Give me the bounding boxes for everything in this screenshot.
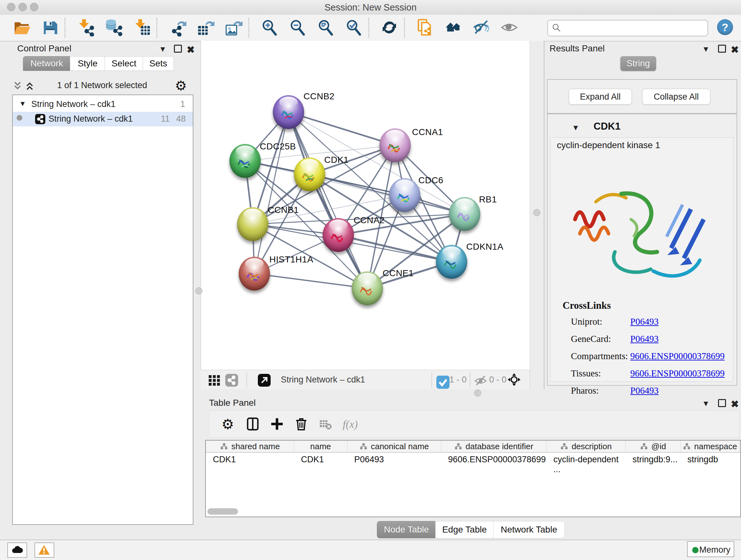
refresh-view-button[interactable] (381, 18, 398, 37)
column-header-canonical-name[interactable]: canonical name (347, 441, 441, 452)
tab-select[interactable]: Select (105, 56, 143, 71)
left-splitter-handle[interactable] (195, 287, 202, 294)
export-network-button[interactable] (169, 18, 186, 37)
cloud-button[interactable] (7, 543, 27, 558)
expand-all-button[interactable]: Expand All (569, 89, 632, 105)
network-canvas[interactable]: CCNB2CCNA1CDC25BCDK1CDC6RB1CCNB1CCNA2CDK… (201, 41, 530, 370)
node-CCNB1[interactable] (237, 207, 268, 241)
column-header-name[interactable]: name (294, 441, 347, 452)
node-CCNE1[interactable] (352, 271, 383, 305)
control-panel-menu-icon[interactable]: ▼ (159, 45, 166, 54)
node-HIST1H1A[interactable] (239, 257, 270, 291)
home-button[interactable] (444, 18, 462, 37)
gear-icon[interactable]: ⚙ (175, 78, 187, 94)
control-panel-close-icon[interactable]: ✖ (187, 44, 195, 55)
results-panel-menu-icon[interactable]: ▼ (702, 45, 710, 54)
network-row[interactable]: String Network – cdk1 11 48 (13, 112, 193, 126)
node-CCNB2[interactable] (273, 95, 304, 129)
delete-table-icon[interactable] (318, 416, 333, 432)
right-splitter[interactable] (530, 41, 544, 389)
copy-view-button[interactable] (416, 18, 434, 37)
search-input[interactable] (565, 22, 704, 34)
column-header-description[interactable]: description (546, 441, 626, 452)
node-CCNA2[interactable] (323, 218, 354, 252)
collection-expander-icon[interactable]: ▼ (19, 100, 26, 108)
network-collection-row[interactable]: ▼ String Network – cdk1 1 (13, 97, 193, 112)
table-cell[interactable]: stringdb:9... (625, 455, 680, 465)
open-file-button[interactable] (13, 18, 30, 37)
tab-string[interactable]: String (620, 56, 656, 71)
collapse-all-icon[interactable] (12, 80, 23, 91)
table-cell[interactable]: CDK1 (294, 455, 347, 465)
export-image-button[interactable] (225, 18, 243, 37)
save-session-button[interactable] (41, 18, 59, 37)
tab-network-table[interactable]: Network Table (493, 521, 565, 538)
warnings-button[interactable] (35, 543, 54, 558)
eye-button[interactable] (500, 18, 518, 37)
crosslink-value-link[interactable]: P06493 (630, 316, 659, 327)
add-column-icon[interactable] (269, 416, 285, 432)
import-network-from-file-button[interactable] (77, 18, 94, 37)
node-RB1[interactable] (449, 197, 480, 231)
crosslink-value-link[interactable]: 9606.ENSP00000378699 (630, 351, 725, 361)
zoom-selected-button[interactable] (345, 18, 362, 37)
birds-eye-toggle-icon[interactable] (507, 373, 521, 387)
expand-all-icon[interactable] (24, 80, 35, 91)
delete-column-icon[interactable] (293, 416, 309, 432)
table-panel-close-icon[interactable]: ✖ (731, 398, 739, 410)
node-CCNA1[interactable] (380, 128, 411, 162)
node-CDKN1A[interactable] (436, 245, 467, 279)
table-cell[interactable]: CDK1 (206, 455, 294, 465)
node-CDC25B[interactable] (229, 144, 261, 178)
import-network-from-database-button[interactable] (105, 18, 123, 37)
tab-style[interactable]: Style (70, 56, 105, 71)
node-CDK1[interactable] (294, 158, 325, 191)
node-CDC6[interactable] (389, 178, 420, 212)
bottom-splitter-handle[interactable] (474, 389, 481, 396)
import-table-from-file-button[interactable] (133, 18, 151, 37)
zoom-fit-content-button[interactable] (317, 18, 334, 37)
open-in-new-icon[interactable] (257, 373, 271, 387)
hide-glasses-button[interactable] (472, 18, 490, 37)
zoom-out-button[interactable] (288, 18, 307, 37)
column-header-shared-name[interactable]: shared name (206, 441, 294, 452)
bottom-splitter[interactable] (201, 389, 741, 396)
table-cell[interactable]: stringdb (680, 455, 739, 465)
results-panel-close-icon[interactable]: ✖ (731, 44, 739, 55)
main-toolbar: ? (0, 15, 741, 42)
edge-CDC25B-CDC6 (245, 161, 405, 195)
hidden-eye-slash-icon[interactable] (474, 373, 488, 387)
table-panel-float-icon[interactable] (718, 399, 726, 409)
toggle-columns-icon[interactable] (245, 416, 260, 432)
tab-network[interactable]: Network (23, 56, 71, 71)
crosslink-value-link[interactable]: P06493 (630, 385, 659, 396)
results-panel-float-icon[interactable] (718, 45, 726, 55)
tab-sets[interactable]: Sets (143, 56, 174, 71)
export-table-button[interactable] (197, 18, 214, 37)
column-header--id[interactable]: @id (625, 441, 681, 452)
tab-edge-table[interactable]: Edge Table (435, 521, 494, 538)
table-settings-icon[interactable]: ⚙ (221, 416, 236, 432)
crosslink-value-link[interactable]: 9606.ENSP00000378699 (630, 368, 725, 379)
crosslink-value-link[interactable]: P06493 (630, 334, 659, 344)
memory-button[interactable]: Memory (687, 541, 734, 557)
table-panel-menu-icon[interactable]: ▼ (702, 399, 710, 408)
title-bar: Session: New Session (0, 0, 741, 15)
collapse-all-button[interactable]: Collapse All (642, 89, 711, 105)
grid-view-icon[interactable] (207, 373, 221, 387)
gene-collapse-icon[interactable]: ▼ (572, 123, 580, 132)
network-share-icon[interactable] (225, 373, 239, 387)
column-header-database-identifier[interactable]: database identifier (441, 441, 547, 452)
zoom-in-button[interactable] (260, 18, 278, 37)
tab-node-table[interactable]: Node Table (377, 521, 436, 538)
right-splitter-handle[interactable] (533, 209, 540, 216)
horizontal-scrollbar[interactable] (207, 508, 238, 515)
function-builder-icon[interactable]: f(x) (342, 416, 357, 432)
table-cell[interactable]: 9606.ENSP00000378699 (441, 455, 546, 465)
help-button[interactable]: ? (717, 19, 733, 35)
selected-checkbox-icon[interactable] (436, 375, 446, 385)
table-cell[interactable]: cyclin-dependent ... (546, 455, 625, 465)
control-panel-float-icon[interactable] (174, 45, 182, 55)
table-cell[interactable]: P06493 (347, 455, 441, 465)
column-header-namespace[interactable]: namespace (680, 441, 740, 452)
